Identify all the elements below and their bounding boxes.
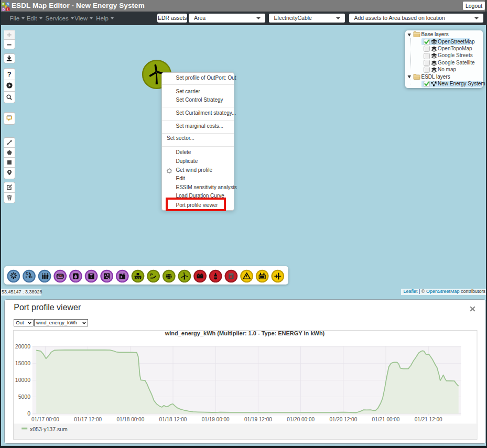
svg-text:01/18 12:00: 01/18 12:00 xyxy=(159,417,187,422)
svg-text:01/19 12:00: 01/19 12:00 xyxy=(244,417,272,422)
svg-text:01/19 00:00: 01/19 00:00 xyxy=(202,417,230,422)
svg-text:20000: 20000 xyxy=(15,343,30,349)
svg-text:E: E xyxy=(2,3,4,6)
svg-text:01/21 00:00: 01/21 00:00 xyxy=(372,417,400,422)
svg-text:S: S xyxy=(7,2,9,5)
svg-text:01/20 12:00: 01/20 12:00 xyxy=(330,417,358,422)
svg-text:P: P xyxy=(150,272,153,277)
svg-text:10000: 10000 xyxy=(15,377,30,383)
svg-text:wind_energy_kWh (Multiplier: 1: wind_energy_kWh (Multiplier: 1.0 - Type:… xyxy=(165,330,325,336)
svg-text:5000: 5000 xyxy=(18,394,31,400)
svg-text:01/20 00:00: 01/20 00:00 xyxy=(287,417,315,422)
svg-text:D: D xyxy=(2,7,4,10)
svg-text:CHP: CHP xyxy=(57,275,63,278)
svg-text:01/21 12:00: 01/21 12:00 xyxy=(415,417,442,422)
svg-text:x053-y137.sum: x053-y137.sum xyxy=(30,425,68,432)
svg-text:01/18 00:00: 01/18 00:00 xyxy=(117,417,145,422)
svg-text:C: C xyxy=(26,271,29,276)
svg-text:01/17 12:00: 01/17 12:00 xyxy=(74,417,102,422)
svg-text:15000: 15000 xyxy=(15,360,30,366)
svg-text:0: 0 xyxy=(27,410,30,416)
svg-text:01/17 00:00: 01/17 00:00 xyxy=(31,417,59,422)
